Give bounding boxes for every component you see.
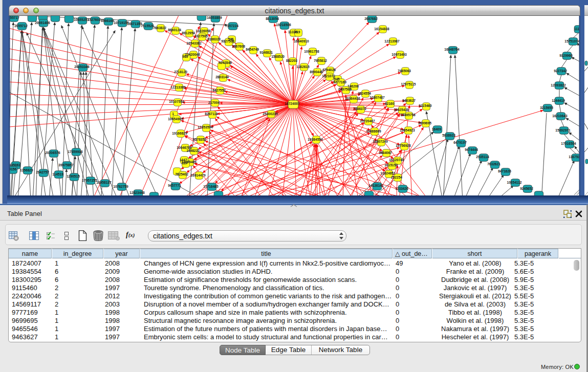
svg-text:16671355: 16671355	[127, 22, 142, 26]
svg-text:14136141: 14136141	[368, 184, 384, 187]
svg-text:2803144: 2803144	[215, 75, 229, 79]
svg-text:1621072: 1621072	[322, 74, 335, 78]
svg-text:7886372: 7886372	[353, 107, 366, 111]
svg-text:9227342: 9227342	[554, 69, 567, 73]
svg-text:6966160: 6966160	[101, 19, 114, 23]
svg-text:252254: 252254	[391, 176, 402, 179]
svg-text:6794028: 6794028	[322, 68, 336, 72]
svg-text:25300235: 25300235	[263, 112, 278, 116]
svg-text:19218506: 19218506	[276, 23, 291, 27]
svg-text:15716485: 15716485	[203, 185, 219, 188]
svg-text:12823448: 12823448	[129, 191, 145, 194]
svg-text:10654112: 10654112	[507, 181, 522, 184]
svg-text:10958137: 10958137	[96, 181, 112, 184]
svg-text:1: 1	[172, 112, 174, 116]
svg-text:8578352: 8578352	[193, 138, 206, 141]
svg-text:1156829: 1156829	[20, 168, 33, 172]
svg-text:16053809: 16053809	[207, 16, 222, 19]
svg-text:114519: 114519	[52, 172, 63, 176]
svg-text:2867608: 2867608	[232, 45, 245, 48]
svg-text:17957255: 17957255	[82, 179, 97, 182]
svg-text:1162615: 1162615	[296, 65, 310, 69]
svg-text:9463627: 9463627	[402, 99, 416, 102]
svg-text:1733426: 1733426	[395, 187, 408, 190]
svg-text:9474444: 9474444	[465, 148, 478, 151]
svg-text:19654923: 19654923	[400, 128, 415, 132]
svg-text:13524851: 13524851	[380, 171, 396, 175]
svg-text:16640910: 16640910	[294, 39, 309, 43]
svg-text:2942757: 2942757	[36, 170, 49, 174]
svg-text:9329966: 9329966	[559, 54, 573, 57]
svg-text:9327505: 9327505	[194, 34, 208, 38]
svg-text:419: 419	[294, 30, 300, 34]
svg-text:3824554: 3824554	[358, 92, 371, 95]
svg-text:20364436: 20364436	[345, 97, 360, 100]
svg-text:10655257: 10655257	[74, 18, 89, 21]
svg-text:10807487: 10807487	[369, 96, 385, 99]
svg-text:18495758: 18495758	[400, 113, 416, 117]
svg-text:10961758: 10961758	[304, 50, 319, 53]
svg-text:7515526: 7515526	[141, 24, 154, 28]
svg-text:1498222: 1498222	[186, 149, 200, 152]
svg-text:9146821: 9146821	[259, 51, 273, 54]
svg-text:2687682: 2687682	[364, 17, 378, 20]
svg-text:10025438: 10025438	[394, 108, 409, 112]
svg-text:435061: 435061	[9, 163, 20, 167]
svg-text:127: 127	[182, 161, 187, 165]
svg-text:16648764: 16648764	[444, 48, 460, 51]
svg-text:10688609: 10688609	[366, 129, 381, 133]
svg-text:18409: 18409	[432, 127, 442, 131]
svg-text:39975857: 39975857	[58, 163, 74, 167]
svg-text:13226058: 13226058	[195, 29, 211, 33]
svg-text:9699695: 9699695	[418, 121, 431, 125]
svg-text:10782759: 10782759	[113, 185, 128, 188]
svg-text:8912954: 8912954	[182, 31, 195, 35]
svg-text:20691406: 20691406	[35, 21, 50, 25]
svg-text:8186328: 8186328	[207, 37, 221, 41]
svg-text:1167531: 1167531	[569, 155, 580, 159]
svg-text:19384554: 19384554	[308, 138, 323, 141]
svg-text:9777169: 9777169	[333, 80, 346, 84]
svg-text:9327508: 9327508	[221, 39, 234, 43]
svg-text:989: 989	[182, 55, 188, 58]
svg-text:17359936: 17359936	[68, 150, 83, 154]
svg-text:7357224: 7357224	[225, 24, 238, 28]
svg-text:7663822: 7663822	[153, 26, 166, 30]
svg-text:882203: 882203	[286, 59, 297, 62]
svg-text:18807249: 18807249	[373, 140, 388, 143]
svg-text:7485063: 7485063	[398, 69, 411, 73]
svg-text:8660124: 8660124	[168, 28, 181, 32]
svg-text:10107554: 10107554	[169, 100, 184, 103]
svg-text:6497568: 6497568	[338, 87, 352, 91]
svg-text:20053346: 20053346	[74, 65, 90, 69]
svg-text:12213389: 12213389	[170, 85, 186, 89]
svg-text:12213987: 12213987	[384, 39, 400, 43]
svg-text:9457771: 9457771	[168, 184, 181, 187]
svg-text:2055712: 2055712	[14, 24, 28, 28]
svg-text:16543382: 16543382	[186, 41, 202, 45]
svg-text:9115460: 9115460	[419, 104, 432, 107]
svg-text:1447: 1447	[180, 158, 187, 162]
svg-text:7955812: 7955812	[314, 59, 327, 62]
svg-text:19166829: 19166829	[172, 132, 187, 135]
svg-text:15692971: 15692971	[555, 128, 571, 132]
svg-text:1244419: 1244419	[552, 99, 565, 102]
svg-text:1527602: 1527602	[88, 18, 101, 21]
svg-text:15720407: 15720407	[360, 119, 375, 123]
svg-text:2718120: 2718120	[174, 70, 187, 74]
svg-text:8427552: 8427552	[212, 89, 226, 92]
svg-text:16120746: 16120746	[389, 158, 404, 162]
svg-text:17016504: 17016504	[561, 142, 576, 145]
svg-text:15751074: 15751074	[564, 39, 580, 43]
svg-text:17975115: 17975115	[401, 82, 416, 86]
svg-text:217004: 217004	[208, 101, 220, 104]
svg-text:10654905: 10654905	[168, 117, 183, 121]
svg-text:7632621: 7632621	[487, 162, 500, 166]
svg-text:16154838: 16154838	[374, 27, 389, 31]
svg-text:62160: 62160	[385, 102, 395, 105]
svg-text:10973493: 10973493	[391, 53, 407, 56]
svg-text:1588520: 1588520	[271, 55, 285, 58]
svg-text:8471626: 8471626	[498, 169, 511, 173]
svg-text:12093822: 12093822	[551, 83, 566, 87]
svg-text:2935114: 2935114	[476, 155, 489, 159]
